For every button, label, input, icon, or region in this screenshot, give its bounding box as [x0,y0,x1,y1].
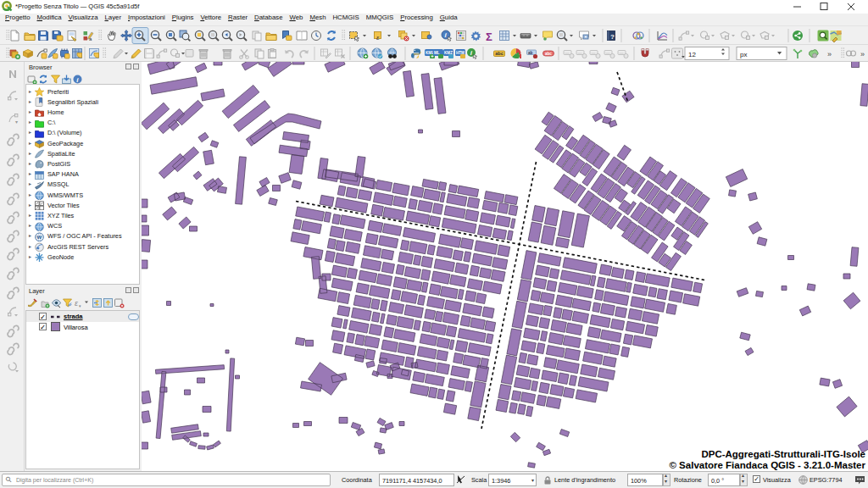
svg-text:W: W [37,235,42,240]
svg-text:?: ? [610,33,615,41]
svg-text:ab: ab [528,51,533,55]
svg-text:px: px [740,51,747,58]
svg-text:12: 12 [688,51,696,58]
svg-text:Σ: Σ [486,30,492,43]
svg-text:»: » [827,50,832,58]
svg-text:a: a [89,36,92,42]
svg-text:ε: ε [376,34,380,42]
svg-text:abc: abc [545,52,552,56]
svg-text:abc: abc [495,51,504,56]
svg-text:DPC-Aggregati-Strutturali-ITG-: DPC-Aggregati-Strutturali-ITG-Isole [701,449,865,459]
svg-text:▾: ▾ [79,303,81,308]
svg-text:▾: ▾ [15,119,18,125]
svg-text:»: » [860,50,865,58]
svg-text:© Salvatore Fiandaca QGIS - 3.: © Salvatore Fiandaca QGIS - 3.21.0-Maste… [669,460,865,470]
